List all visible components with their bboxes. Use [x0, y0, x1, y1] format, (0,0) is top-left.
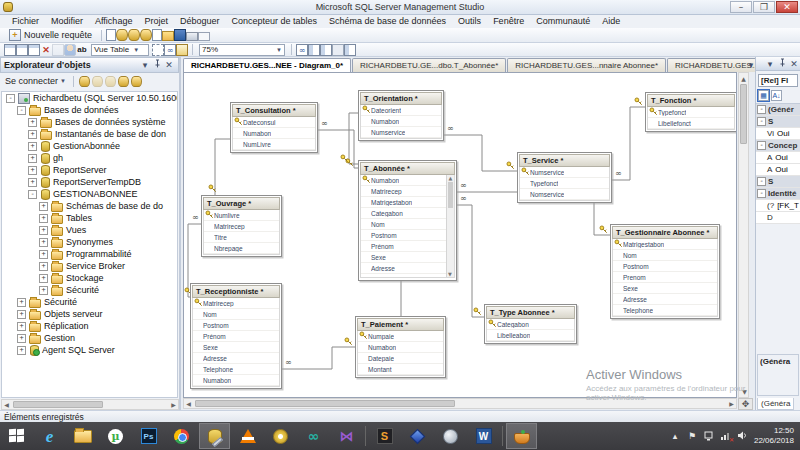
properties-bottom-tab[interactable]: (Généra — [757, 398, 794, 410]
table-field-row[interactable]: Numabon — [361, 116, 441, 127]
scroll-down-icon[interactable]: ▼ — [448, 271, 452, 277]
table-node-t-fonction[interactable]: T_Fonction *TypefonctLibellefonct — [645, 92, 737, 132]
table-field-row[interactable]: Numabon — [358, 342, 443, 353]
table-field-row[interactable]: Montant — [358, 364, 443, 375]
photoshop-icon[interactable]: Ps — [133, 423, 164, 449]
start-button[interactable] — [1, 423, 32, 449]
add-table-icon[interactable] — [16, 44, 28, 56]
table-field-row[interactable]: Dateorient — [361, 105, 441, 116]
basket-app-icon[interactable] — [506, 423, 537, 449]
table-field-row[interactable]: Telephone — [361, 274, 454, 278]
disc-burner-icon[interactable] — [265, 423, 296, 449]
fk-receptionniste-paiement[interactable] — [282, 347, 355, 369]
menu-sch-ma-de-base-de-donn-es[interactable]: Schéma de base de données — [323, 15, 452, 28]
tree-item-gh[interactable]: +gh — [2, 152, 177, 164]
table-field-row[interactable]: Sexe — [613, 283, 717, 294]
table-node-t-service[interactable]: T_Service *NumserviceTypefonctNomservice — [517, 152, 612, 203]
visual-studio-icon[interactable]: ⋈ — [331, 423, 362, 449]
table-field-row[interactable]: Numabon — [193, 375, 279, 386]
table-field-row[interactable]: Datepaie — [358, 353, 443, 364]
table-node-t-abonnee[interactable]: T_Abonnée *NumabonMatrirecepMatrigestabo… — [358, 160, 457, 281]
scroll-down-icon[interactable]: ▼ — [740, 387, 749, 396]
table-field-row[interactable]: Adresse — [361, 263, 454, 274]
tree-item-gestionabonnee[interactable]: -GESTIONABONNEE — [2, 188, 177, 200]
table-node-t-type-abonnee[interactable]: T_Type Abonnee *CategabonLibelleabon — [484, 304, 577, 344]
tab-richardbetu-ges-nnaire[interactable]: RICHARDBETU.GES...nnaire Abonnee* — [507, 58, 666, 72]
close-icon[interactable]: ✕ — [163, 59, 175, 71]
table-field-row[interactable]: Numlivre — [204, 210, 279, 221]
annotation-ab-icon[interactable] — [76, 44, 88, 56]
refresh-icon[interactable] — [131, 76, 142, 87]
table-field-row[interactable]: Postnom — [193, 320, 279, 331]
tree-item-service-broker[interactable]: +Service Broker — [2, 260, 177, 272]
new-table-icon[interactable] — [4, 44, 16, 56]
table-field-row[interactable]: Prénom — [193, 331, 279, 342]
menu-affichage[interactable]: Affichage — [89, 15, 138, 28]
diagram-canvas[interactable]: ∞∞∞∞∞∞∞∞T_Consultation *DateconsulNumabo… — [183, 72, 737, 398]
clock[interactable]: 12:50 22/06/2018 — [754, 426, 794, 446]
table-field-row[interactable]: Postnom — [361, 230, 454, 241]
table-field-row[interactable]: Matrirecep — [204, 221, 279, 232]
tree-item-vues[interactable]: +Vues — [2, 224, 177, 236]
tree-item-bases-de-donn-es[interactable]: -Bases de données — [2, 104, 177, 116]
page-break-icon[interactable] — [344, 44, 356, 56]
menu-aide[interactable]: Aide — [596, 15, 626, 28]
table-field-row[interactable]: Libelleabon — [487, 330, 574, 341]
property-row[interactable]: ViOui — [756, 128, 800, 140]
scroll-right-icon[interactable]: ▶ — [169, 400, 178, 409]
menu-projet[interactable]: Projet — [138, 15, 174, 28]
pan-tool-icon[interactable]: ✥ — [738, 398, 753, 410]
action-center-flag-icon[interactable]: ⚑ — [686, 430, 698, 442]
speaker-icon[interactable] — [737, 430, 749, 442]
table-field-row[interactable]: Adresse — [193, 353, 279, 364]
table-node-t-gestionnaire-abonnee[interactable]: T_Gestionnaire Abonnee *MatrigestabonNom… — [610, 224, 720, 319]
table-field-row[interactable]: Nom — [193, 309, 279, 320]
zoom-dropdown[interactable]: 75% ▼ — [199, 44, 285, 56]
close-icon[interactable]: ✕ — [788, 58, 800, 70]
word-icon[interactable]: W — [468, 423, 499, 449]
blue-gem-icon[interactable] — [402, 423, 433, 449]
close-button[interactable]: ✕ — [776, 1, 798, 13]
arrange-tables-icon[interactable] — [28, 44, 40, 56]
zoom-to-fit-icon[interactable] — [152, 44, 164, 56]
properties-object-dropdown[interactable]: [Rel] Fl — [758, 74, 798, 87]
ssms-icon[interactable] — [199, 423, 230, 449]
collapse-icon[interactable]: - — [757, 105, 766, 114]
table-field-row[interactable]: Matrigestabon — [613, 239, 717, 250]
db-script-icon[interactable] — [140, 29, 152, 41]
manage-indexes-icon[interactable] — [176, 44, 188, 56]
db-open-icon[interactable] — [128, 29, 140, 41]
new-document-icon[interactable] — [106, 29, 116, 41]
tree-item-gestionabonn-e[interactable]: +GestionAbonnée — [2, 140, 177, 152]
table-field-row[interactable]: Libellefonct — [648, 118, 734, 129]
tree-item-instantan-s-de-base-de-don[interactable]: +Instantanés de base de don — [2, 128, 177, 140]
tree-item-synonymes[interactable]: +Synonymes — [2, 236, 177, 248]
pin-icon[interactable] — [776, 58, 788, 70]
tree-expander-icon[interactable]: + — [39, 274, 48, 283]
tree-expander-icon[interactable]: - — [6, 94, 15, 103]
canvas-vscrollbar[interactable]: ▲ ▼ — [738, 72, 749, 398]
scroll-left-icon[interactable]: ◀ — [2, 400, 11, 409]
table-field-row[interactable]: Nomservice — [520, 189, 609, 200]
tree-item-reportservertempdb[interactable]: +ReportServerTempDB — [2, 176, 177, 188]
tree-expander-icon[interactable]: + — [28, 130, 37, 139]
table-field-row[interactable]: Titre — [204, 232, 279, 243]
new-query-button[interactable]: Nouvelle requête — [4, 27, 97, 43]
delete-table-icon[interactable] — [40, 44, 52, 56]
alphabetical-sort-icon[interactable]: A↓ — [771, 90, 782, 101]
table-field-row[interactable]: Matrirecep — [361, 186, 454, 197]
table-field-row[interactable]: Matrigestabon — [361, 197, 454, 208]
menu-d-boguer[interactable]: Déboguer — [174, 15, 226, 28]
scroll-up-icon[interactable]: ▲ — [447, 175, 454, 181]
table-field-row[interactable]: Postnom — [613, 261, 717, 272]
chrome-icon[interactable] — [166, 423, 197, 449]
property-row[interactable]: -S — [756, 116, 800, 128]
tree-expander-icon[interactable]: + — [28, 166, 37, 175]
table-field-row[interactable]: Dateconsul — [233, 117, 315, 128]
save-icon[interactable] — [174, 29, 186, 41]
network-icon[interactable] — [720, 430, 732, 442]
property-row[interactable]: -S — [756, 176, 800, 188]
table-field-row[interactable]: Nbrepage — [204, 243, 279, 254]
table-field-row[interactable]: Numservice — [361, 127, 441, 138]
person-icon[interactable] — [64, 44, 76, 56]
